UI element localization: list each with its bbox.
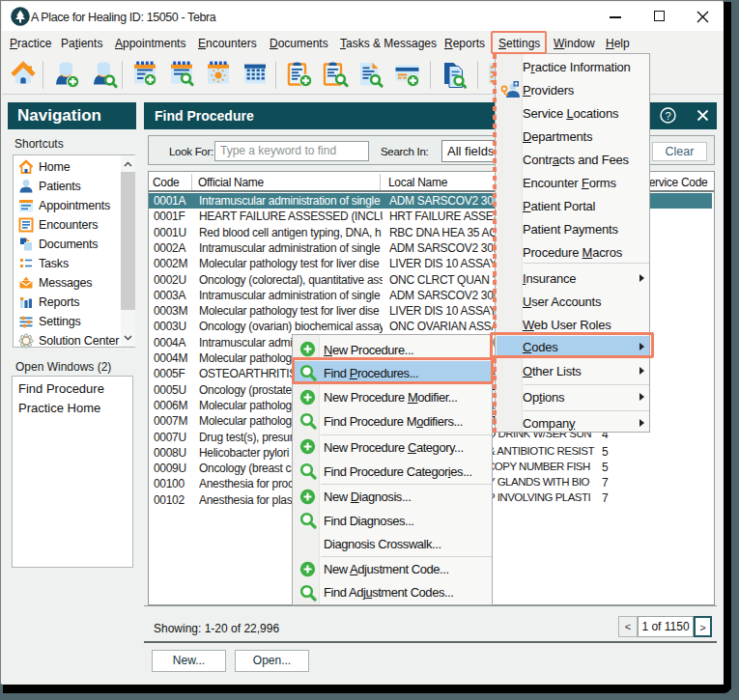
svg-text:?: ? — [665, 110, 670, 122]
